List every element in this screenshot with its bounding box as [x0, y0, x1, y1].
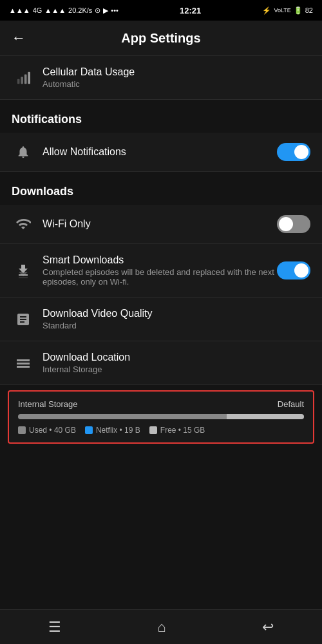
downloads-section-header: Downloads — [0, 172, 322, 205]
battery-level: 82 — [305, 6, 313, 14]
download-video-quality-row[interactable]: Download Video Quality Standard — [0, 298, 322, 341]
cellular-subtitle: Automatic — [43, 79, 310, 89]
notifications-text: Allow Notifications — [43, 146, 277, 158]
smart-downloads-label: Smart Downloads — [43, 254, 277, 266]
cellular-title: Cellular Data Usage — [43, 66, 310, 78]
bell-icon — [12, 145, 35, 159]
status-right: ⚡ VoLTE 🔋 82 — [262, 6, 313, 15]
legend-used: Used • 40 GB — [18, 426, 76, 435]
cellular-text: Cellular Data Usage Automatic — [43, 66, 310, 89]
svg-rect-3 — [28, 71, 30, 83]
storage-default: Default — [278, 399, 304, 409]
smart-downloads-desc: Completed episodes will be deleted and r… — [43, 267, 277, 287]
status-bar: ▲▲▲ 4G ▲▲▲ 20.2K/s ⊙ ▶ ••• 12:21 ⚡ VoLTE… — [0, 0, 322, 21]
smart-downloads-text: Smart Downloads Completed episodes will … — [43, 254, 277, 287]
svg-rect-0 — [17, 79, 20, 83]
legend-used-label: Used • 40 GB — [29, 426, 76, 435]
svg-rect-2 — [24, 74, 27, 84]
app-header: ← App Settings — [0, 21, 322, 56]
wifi-only-toggle[interactable] — [277, 215, 310, 233]
legend-netflix: Netflix • 19 B — [85, 426, 140, 435]
video-quality-label: Download Video Quality — [43, 308, 310, 319]
signal-icon: ▲▲▲ — [9, 6, 30, 14]
allow-notifications-toggle[interactable] — [277, 143, 310, 161]
storage-bar-free — [227, 414, 304, 419]
download-location-text: Download Location Internal Storage — [43, 352, 310, 374]
video-quality-value: Standard — [43, 321, 310, 330]
more-icon: ••• — [111, 6, 118, 14]
network-speed: 20.2K/s — [68, 6, 92, 14]
settings-content: Cellular Data Usage Automatic Notificati… — [0, 56, 322, 607]
page-title: App Settings — [36, 31, 286, 46]
bluetooth-icon: ⚡ — [262, 6, 271, 15]
cellular-data-row[interactable]: Cellular Data Usage Automatic — [0, 56, 322, 100]
storage-legend: Used • 40 GB Netflix • 19 B Free • 15 GB — [18, 426, 304, 435]
wifi-only-text: Wi-Fi Only — [43, 218, 277, 230]
legend-free-dot — [149, 426, 157, 434]
smart-download-icon — [12, 263, 35, 278]
storage-bar — [18, 414, 304, 419]
status-left: ▲▲▲ 4G ▲▲▲ 20.2K/s ⊙ ▶ ••• — [9, 6, 118, 15]
media-icon: ▶ — [103, 6, 108, 15]
signal2-icon: ▲▲▲ — [44, 6, 66, 14]
volte-icon: VoLTE — [274, 7, 290, 14]
storage-label: Internal Storage — [18, 399, 78, 409]
download-location-value: Internal Storage — [43, 365, 310, 374]
legend-used-dot — [18, 426, 26, 434]
allow-notifications-label: Allow Notifications — [43, 146, 277, 158]
video-quality-text: Download Video Quality Standard — [43, 308, 310, 330]
battery-icon: 🔋 — [294, 6, 303, 15]
cellular-icon — [12, 71, 35, 85]
allow-notifications-row[interactable]: Allow Notifications — [0, 133, 322, 172]
legend-netflix-label: Netflix • 19 B — [96, 426, 140, 435]
network-type: 4G — [33, 6, 43, 14]
bottom-navigation: ☰ ⌂ ↩ — [0, 609, 322, 644]
storage-top-row: Internal Storage Default — [18, 399, 304, 409]
back-nav-button[interactable]: ↩ — [262, 619, 274, 636]
status-time: 12:21 — [180, 6, 201, 15]
back-button[interactable]: ← — [12, 30, 26, 46]
storage-box: Internal Storage Default Used • 40 GB Ne… — [8, 390, 314, 444]
download-location-row[interactable]: Download Location Internal Storage — [0, 341, 322, 385]
home-nav-button[interactable]: ⌂ — [157, 619, 166, 636]
video-quality-icon — [12, 312, 35, 327]
download-location-label: Download Location — [43, 352, 310, 363]
legend-free: Free • 15 GB — [149, 426, 205, 435]
smart-downloads-toggle[interactable] — [277, 261, 310, 279]
wifi-icon — [12, 216, 35, 232]
svg-rect-1 — [21, 77, 23, 84]
notifications-section-header: Notifications — [0, 100, 322, 133]
smart-downloads-row[interactable]: Smart Downloads Completed episodes will … — [0, 244, 322, 298]
cast-icon: ⊙ — [95, 6, 100, 15]
storage-icon — [12, 355, 35, 371]
legend-free-label: Free • 15 GB — [160, 426, 205, 435]
menu-nav-button[interactable]: ☰ — [48, 619, 61, 636]
wifi-only-row[interactable]: Wi-Fi Only — [0, 205, 322, 244]
storage-bar-used — [18, 414, 227, 419]
legend-netflix-dot — [85, 426, 93, 434]
wifi-only-label: Wi-Fi Only — [43, 218, 277, 230]
